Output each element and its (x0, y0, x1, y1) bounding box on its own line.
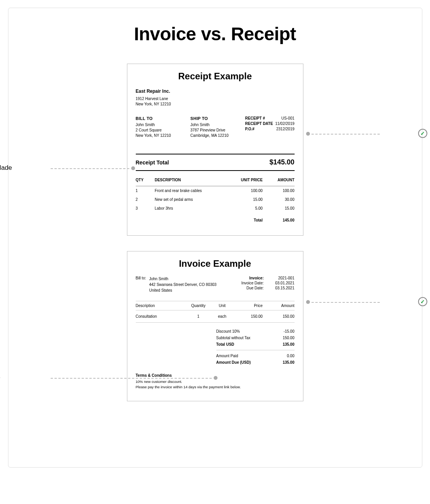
company-address-1: 1912 Harvest Lane (136, 96, 295, 102)
invoice-date: 03.01.2021 (272, 281, 295, 285)
receipt-total-label: Receipt Total (136, 159, 169, 166)
terms-line-2: Please pay the invoice within 14 days vi… (136, 384, 295, 390)
table-row: Consultation 1 each 150.00 150.00 (136, 310, 295, 323)
item-qty: 1 (136, 186, 155, 195)
dashed-connector (311, 134, 380, 135)
invoice-billto-label: Bill to: (136, 276, 146, 293)
paid-amount: 0.00 (287, 354, 294, 358)
ship-to-block: SHIP TO John Smith 3787 Pineview Drive C… (190, 116, 245, 138)
invoice-billto-addr1: 442 Swansea Street Denver, CO 80303 (149, 282, 217, 287)
bill-to-label: BILL TO (136, 116, 191, 121)
callout-due-date: ✓ Due Date (418, 297, 430, 306)
po-number: 2312/2019 (276, 127, 294, 131)
col-desc: Description (136, 301, 186, 310)
col-unit: UNIT PRICE (231, 176, 263, 186)
item-amount: 150.00 (263, 310, 295, 323)
item-unit: 15.00 (231, 195, 263, 204)
item-price: 150.00 (234, 310, 263, 323)
anchor-dot (306, 132, 310, 136)
callout-text: Payment Not Made (0, 373, 0, 382)
receipt-meta-block: RECEIPT # US-001 RECEIPT DATE 11/02/2019… (245, 116, 294, 138)
bill-to-block: BILL TO John Smith 2 Court Square New Yo… (136, 116, 191, 138)
item-qty: 3 (136, 204, 155, 213)
item-desc: New set of pedal arms (155, 195, 231, 204)
item-amount: 15.00 (263, 204, 295, 213)
receipt-document: Receipt Example East Repair Inc. 1912 Ha… (127, 64, 303, 236)
receipt-total-amount: $145.00 (269, 158, 294, 166)
col-desc: DESCRIPTION (155, 176, 231, 186)
dashed-connector (311, 302, 380, 303)
item-qty: 1 (186, 310, 210, 323)
page-title: Invoice vs. Receipt (16, 23, 414, 44)
anchor-dot (214, 376, 217, 380)
invoice-summary: Discount 10% -15.00 Subtotal without Tax… (136, 328, 295, 366)
check-icon: ✓ (418, 129, 427, 138)
invoice-billto-name: John Smith (149, 276, 217, 282)
receipt-section: ✓ Payment Already Made ✓ Transaction Dat… (16, 64, 414, 236)
callout-transaction-date: ✓ Transaction Date (418, 129, 430, 138)
items-total: 145.00 (263, 213, 295, 225)
receipt-heading: Receipt Example (136, 71, 295, 82)
col-qty: Quantity (186, 301, 210, 310)
ship-to-addr2: Cambridge, MA 12210 (190, 133, 245, 138)
discount-amount: -15.00 (283, 329, 294, 333)
invoice-due-date-label: Due Date: (237, 286, 264, 290)
due-amount: 135.00 (283, 360, 295, 364)
summary-divider (216, 350, 295, 350)
company-address-2: New York, NY 12210 (136, 102, 295, 107)
due-label: Amount Due (USD) (216, 360, 251, 364)
check-icon: ✓ (418, 297, 427, 306)
invoice-billto-addr2: United States (149, 287, 217, 293)
item-amount: 100.00 (263, 186, 295, 195)
po-label: P.O.# (245, 127, 254, 131)
ship-to-name: John Smith (190, 122, 245, 128)
bill-to-addr2: New York, NY 12210 (136, 133, 191, 138)
receipt-number-label: RECEIPT # (245, 116, 265, 120)
item-amount: 30.00 (263, 195, 295, 204)
terms-line-1: 10% new customer discount. (136, 379, 295, 384)
ship-to-label: SHIP TO (190, 116, 245, 121)
table-row: 1 Front and rear brake cables 100.00 100… (136, 186, 295, 195)
invoice-items-table: Description Quantity Unit Price Amount C… (136, 301, 295, 323)
callout-payment-made: ✓ Payment Already Made (0, 163, 12, 172)
col-amount: Amount (263, 301, 295, 310)
col-unit: Unit (210, 301, 234, 310)
dashed-connector (51, 168, 129, 169)
receipt-date-label: RECEIPT DATE (245, 121, 273, 126)
callout-payment-not-made: ✓ Payment Not Made (0, 373, 12, 382)
table-total-row: Total 145.00 (136, 213, 295, 225)
total-label: Total USD (216, 342, 234, 346)
receipt-number: US-001 (282, 116, 295, 120)
receipt-total-bar: Receipt Total $145.00 (136, 154, 295, 171)
invoice-heading: Invoice Example (136, 258, 295, 269)
table-row: 3 Labor 3hrs 5.00 15.00 (136, 204, 295, 213)
table-row: 2 New set of pedal arms 15.00 30.00 (136, 195, 295, 204)
invoice-bill-to: Bill to: John Smith 442 Swansea Street D… (136, 276, 217, 293)
item-unit: each (210, 310, 234, 323)
bill-to-addr1: 2 Court Square (136, 128, 191, 133)
col-amount: AMOUNT (263, 176, 295, 186)
anchor-dot (306, 300, 310, 304)
item-unit: 100.00 (231, 186, 263, 195)
col-qty: QTY (136, 176, 155, 186)
discount-label: Discount 10% (216, 329, 240, 333)
total-amount: 135.00 (283, 342, 295, 346)
address-row: BILL TO John Smith 2 Court Square New Yo… (136, 116, 295, 138)
invoice-due-date: 03.15.2021 (272, 286, 295, 290)
subtotal-amount: 150.00 (283, 336, 295, 340)
paid-label: Amount Paid (216, 354, 238, 358)
item-desc: Consultation (136, 310, 186, 323)
subtotal-label: Subtotal without Tax (216, 336, 250, 340)
item-desc: Front and rear brake cables (155, 186, 231, 195)
item-qty: 2 (136, 195, 155, 204)
ship-to-addr1: 3787 Pineview Drive (190, 128, 245, 133)
dashed-connector (51, 378, 212, 379)
callout-text: Payment Already Made (0, 164, 12, 172)
invoice-section: ✓ Due Date ✓ Payment Not Made Invoice Ex… (16, 251, 414, 401)
invoice-no: 2021-001 (272, 276, 295, 280)
invoice-no-label: Invoice: (237, 276, 264, 280)
invoice-top-row: Bill to: John Smith 442 Swansea Street D… (136, 276, 295, 293)
col-price: Price (234, 301, 263, 310)
item-desc: Labor 3hrs (155, 204, 231, 213)
invoice-meta-block: Invoice: 2021-001 Invoice Date: 03.01.20… (237, 276, 295, 293)
